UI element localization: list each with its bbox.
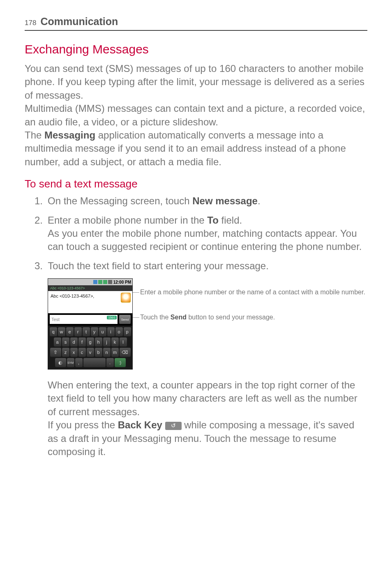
key-d[interactable]: d	[70, 337, 78, 347]
intro-p1: You can send text (SMS) messages of up t…	[25, 63, 364, 101]
callout-line	[133, 292, 139, 293]
after-p2a: If you press the	[48, 419, 118, 430]
callout-1: Enter a mobile phone number or the name …	[140, 288, 367, 297]
steps-list: 1. On the Messaging screen, touch New me…	[25, 194, 367, 273]
key-r[interactable]: r	[74, 327, 82, 336]
after-p1: When entering the text, a counter appear…	[48, 379, 357, 417]
figure-callouts: Enter a mobile phone number or the name …	[133, 278, 367, 338]
status-icons	[93, 280, 112, 284]
step-1-b: .	[258, 195, 261, 206]
contact-picker-icon[interactable]	[121, 293, 131, 303]
key-v[interactable]: v	[87, 348, 94, 357]
step-2: 2. Enter a mobile phone number in the To…	[48, 214, 367, 254]
to-row: Abc <010-123-4567>,	[48, 291, 132, 313]
intro-p2: Multimedia (MMS) messages can contain te…	[25, 103, 365, 127]
callout-1-text: Enter a mobile phone number or the name …	[140, 289, 365, 296]
key-space[interactable]	[83, 358, 106, 367]
key-shift[interactable]: ⇧	[50, 348, 61, 357]
key-y[interactable]: y	[91, 327, 98, 336]
key-g[interactable]: g	[87, 337, 94, 347]
key-a[interactable]: a	[54, 337, 61, 347]
key-p[interactable]: p	[124, 327, 131, 336]
key-h[interactable]: h	[95, 337, 102, 347]
recipient-hint-bar: Abc <010-123-4567>	[48, 285, 132, 291]
step-1-bold: New message	[192, 195, 258, 206]
after-figure-text: When entering the text, a counter appear…	[48, 379, 367, 458]
page-number: 178	[25, 19, 36, 27]
step-3-a: Touch the text field to start entering y…	[48, 260, 269, 271]
phone-screenshot: 12:00 PM Abc <010-123-4567> Abc <010-123…	[48, 278, 133, 370]
key-mode[interactable]: ◐	[55, 358, 66, 367]
message-text: Test	[51, 317, 60, 322]
to-field[interactable]: Abc <010-123-4567>,	[48, 291, 119, 313]
intro-p3a: The	[25, 129, 44, 141]
step-2-bold: To	[207, 215, 219, 226]
key-l[interactable]: l	[120, 337, 127, 347]
step-number: 3.	[35, 260, 43, 271]
callout-2: Touch the Send button to send your messa…	[140, 313, 367, 322]
key-s[interactable]: s	[62, 337, 69, 347]
key-smile[interactable]: :)	[115, 358, 126, 367]
battery-icon	[108, 280, 112, 284]
step-number: 2.	[35, 214, 43, 227]
step-1-a: On the Messaging screen, touch	[48, 195, 192, 206]
step-number: 1.	[35, 194, 43, 208]
callout-line	[133, 317, 139, 318]
send-button[interactable]: Send	[119, 315, 131, 324]
step-2-a: Enter a mobile phone number in the	[48, 215, 207, 226]
key-delete[interactable]: ⌫	[120, 348, 131, 357]
key-u[interactable]: u	[99, 327, 106, 336]
step-2-b: field.	[219, 215, 242, 226]
signal-icon	[103, 280, 107, 284]
key-c[interactable]: c	[78, 348, 86, 357]
message-row: Test 156/1 Send	[48, 313, 132, 326]
key-e[interactable]: e	[66, 327, 74, 336]
key-k[interactable]: k	[111, 337, 119, 347]
after-p2-bold: Back Key	[118, 419, 162, 430]
step-3: 3. Touch the text field to start enterin…	[35, 259, 367, 273]
key-j[interactable]: j	[103, 337, 111, 347]
status-time: 12:00 PM	[113, 280, 131, 284]
status-bar: 12:00 PM	[48, 279, 132, 285]
callout-2-a: Touch the	[140, 314, 171, 321]
step-1: 1. On the Messaging screen, touch New me…	[48, 194, 367, 208]
key-n[interactable]: n	[103, 348, 111, 357]
key-x[interactable]: x	[70, 348, 78, 357]
intro-p3-bold: Messaging	[44, 129, 95, 141]
key-z[interactable]: z	[62, 348, 69, 357]
page-header: 178 Communication	[25, 16, 367, 31]
key-t[interactable]: t	[83, 327, 90, 336]
status-icon	[93, 280, 97, 284]
message-input[interactable]: Test 156/1	[50, 315, 118, 324]
key-dot[interactable]: .	[106, 358, 114, 367]
header-title: Communication	[40, 16, 118, 28]
callout-2-b: button to send your message.	[187, 314, 275, 321]
step-2-c: As you enter the mobile phone number, ma…	[48, 228, 362, 252]
callout-2-bold: Send	[171, 314, 187, 321]
section-heading: Exchanging Messages	[25, 42, 367, 56]
keyboard: q w e r t y u i o p a s d f g h	[48, 326, 132, 369]
key-i[interactable]: i	[107, 327, 115, 336]
char-counter: 156/1	[107, 316, 117, 319]
key-q[interactable]: q	[50, 327, 57, 336]
figure-block: 12:00 PM Abc <010-123-4567> Abc <010-123…	[48, 278, 367, 370]
back-key-icon	[165, 422, 182, 430]
key-sym[interactable]: SYM	[67, 358, 74, 367]
signal-icon	[98, 280, 102, 284]
key-m[interactable]: m	[111, 348, 119, 357]
intro-paragraph: You can send text (SMS) messages of up t…	[25, 62, 367, 169]
key-comma[interactable]: ,	[75, 358, 83, 367]
subsection-heading: To send a text message	[25, 178, 367, 190]
key-b[interactable]: b	[95, 348, 102, 357]
key-f[interactable]: f	[78, 337, 86, 347]
key-w[interactable]: w	[58, 327, 65, 336]
key-o[interactable]: o	[115, 327, 123, 336]
